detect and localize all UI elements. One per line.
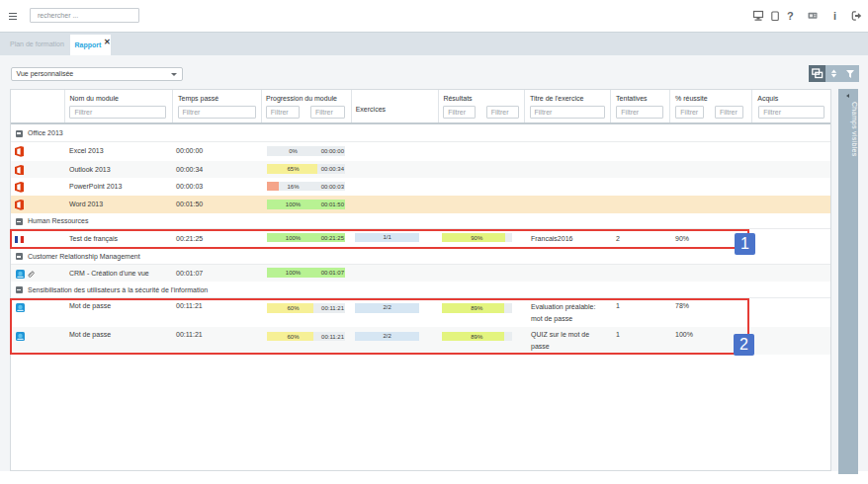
svg-text:?: ? [787, 10, 794, 22]
svg-text:i: i [833, 10, 836, 22]
